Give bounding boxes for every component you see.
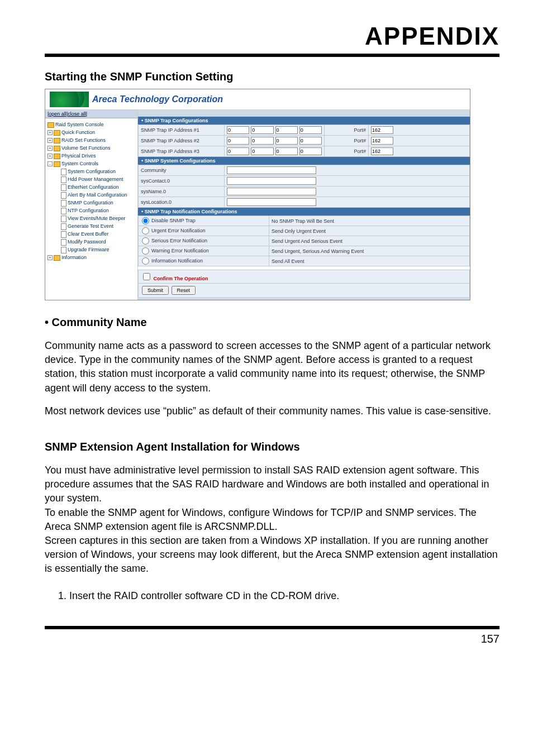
page-icon bbox=[61, 239, 66, 246]
nav-modify[interactable]: Modify Password bbox=[47, 238, 136, 246]
notif-label: Urgent Error Notification bbox=[151, 228, 206, 233]
corp-title: Areca Technology Corporation bbox=[92, 94, 223, 104]
expand-icon: + bbox=[47, 255, 53, 260]
trap3-port[interactable] bbox=[371, 147, 393, 155]
port-label: Port# bbox=[325, 146, 369, 157]
snmp-screenshot: Areca Technology Corporation |open all|c… bbox=[45, 89, 470, 300]
nav-gen[interactable]: Generate Test Event bbox=[47, 222, 136, 230]
confirm-checkbox[interactable] bbox=[143, 273, 150, 280]
folder-icon bbox=[54, 154, 60, 159]
port-label: Port# bbox=[325, 136, 369, 146]
folder-icon bbox=[54, 255, 60, 261]
page-icon bbox=[61, 169, 66, 175]
page-icon bbox=[61, 200, 66, 207]
radio-warning[interactable] bbox=[142, 247, 149, 255]
trap2-port[interactable] bbox=[371, 137, 393, 145]
open-all-link[interactable]: open all bbox=[49, 111, 66, 117]
trap-section-header: • SNMP Trap Configurations bbox=[138, 117, 470, 125]
decorative-bar bbox=[138, 298, 470, 300]
sys-label: Community bbox=[139, 165, 225, 176]
folder-icon bbox=[54, 138, 60, 143]
main-panel: • SNMP Trap Configurations SNMP Trap IP … bbox=[138, 110, 470, 300]
radio-urgent[interactable] bbox=[142, 227, 149, 235]
trap2-ip-d[interactable] bbox=[299, 137, 322, 145]
trap1-ip-b[interactable] bbox=[251, 126, 273, 134]
trap-row-1: SNMP Trap IP Address #1 Port# bbox=[139, 125, 470, 136]
folder-icon bbox=[54, 130, 60, 136]
areca-logo bbox=[50, 92, 89, 107]
nav-view[interactable]: View Events/Mute Beeper bbox=[47, 214, 136, 222]
trap3-ip-b[interactable] bbox=[251, 147, 273, 155]
page-icon bbox=[61, 192, 66, 199]
nav-toggle: |open all|close all| bbox=[45, 110, 137, 118]
folder-icon bbox=[54, 161, 60, 167]
decorative-bar bbox=[138, 110, 470, 117]
trap-label: SNMP Trap IP Address #3 bbox=[139, 146, 225, 157]
body-paragraph: You must have administrative level permi… bbox=[45, 463, 499, 506]
body-paragraph: Screen captures in this section are take… bbox=[45, 534, 499, 576]
syslocation-input[interactable] bbox=[227, 198, 316, 206]
list-item: 1. Insert the RAID controller software C… bbox=[58, 589, 499, 603]
trap1-ip-d[interactable] bbox=[299, 126, 322, 134]
page-icon bbox=[61, 216, 66, 222]
notif-desc: Send Urgent, Serious And Warning Event bbox=[269, 246, 470, 256]
expand-icon: + bbox=[47, 146, 53, 151]
reset-button[interactable]: Reset bbox=[172, 286, 196, 295]
nav-hdd[interactable]: Hdd Power Management bbox=[47, 175, 136, 183]
page-icon bbox=[61, 223, 66, 230]
trap2-ip-b[interactable] bbox=[251, 137, 273, 145]
sys-section-header: • SNMP System Configurations bbox=[138, 157, 470, 165]
trap-row-2: SNMP Trap IP Address #2 Port# bbox=[139, 136, 470, 146]
nav-physical[interactable]: +Physical Drives bbox=[47, 152, 136, 160]
radio-disable[interactable] bbox=[142, 217, 149, 224]
trap2-ip-c[interactable] bbox=[275, 137, 298, 145]
nav-sysctrl[interactable]: -System Controls bbox=[47, 160, 136, 168]
nav-sidebar: |open all|close all| Raid System Console… bbox=[45, 110, 138, 300]
notif-section-header: • SNMP Trap Notification Configurations bbox=[138, 208, 470, 216]
radio-info[interactable] bbox=[142, 257, 149, 265]
page-icon bbox=[61, 176, 66, 183]
nav-snmp[interactable]: SNMP Configuration bbox=[47, 199, 136, 207]
close-all-link[interactable]: close all bbox=[68, 111, 86, 117]
nav-root[interactable]: Raid System Console bbox=[47, 121, 136, 128]
confirm-label: Confirm The Operation bbox=[154, 276, 208, 281]
trap-label: SNMP Trap IP Address #1 bbox=[139, 125, 225, 136]
nav-volset[interactable]: +Volume Set Functions bbox=[47, 144, 136, 152]
radio-serious[interactable] bbox=[142, 237, 149, 245]
notif-label: Warning Error Notification bbox=[151, 248, 209, 253]
nav-ntp[interactable]: NTP Configuration bbox=[47, 207, 136, 214]
body-paragraph: To enable the SNMP agent for Windows, co… bbox=[45, 506, 499, 534]
nav-alert[interactable]: Alert By Mail Configuration bbox=[47, 191, 136, 199]
trap3-ip-a[interactable] bbox=[227, 147, 249, 155]
syscontact-input[interactable] bbox=[227, 177, 316, 185]
trap2-ip-a[interactable] bbox=[227, 137, 249, 145]
nav-upgrade[interactable]: Upgrade Firmware bbox=[47, 246, 136, 253]
folder-icon bbox=[54, 146, 60, 151]
sys-label: sysName.0 bbox=[139, 186, 225, 197]
submit-button[interactable]: Submit bbox=[142, 286, 169, 295]
expand-icon: + bbox=[47, 154, 53, 159]
page-icon bbox=[61, 184, 66, 191]
nav-info[interactable]: +Information bbox=[47, 253, 136, 261]
trap-label: SNMP Trap IP Address #2 bbox=[139, 136, 225, 146]
page-icon bbox=[61, 231, 66, 238]
trap1-ip-c[interactable] bbox=[275, 126, 298, 134]
nav-sysconf[interactable]: System Configuration bbox=[47, 168, 136, 175]
community-input[interactable] bbox=[227, 166, 316, 174]
sys-label: sysContact.0 bbox=[139, 176, 225, 186]
trap1-ip-a[interactable] bbox=[227, 126, 249, 134]
trap3-ip-d[interactable] bbox=[299, 147, 322, 155]
nav-clear[interactable]: Clear Event Buffer bbox=[47, 230, 136, 238]
trap-row-3: SNMP Trap IP Address #3 Port# bbox=[139, 146, 470, 157]
sysname-input[interactable] bbox=[227, 188, 316, 195]
trap3-ip-c[interactable] bbox=[275, 147, 298, 155]
nav-raidset[interactable]: +RAID Set Functions bbox=[47, 136, 136, 144]
nav-eth[interactable]: EtherNet Configuration bbox=[47, 183, 136, 191]
notif-label: Information Notification bbox=[151, 258, 203, 264]
notif-desc: Send Urgent And Serious Event bbox=[269, 236, 470, 246]
nav-quick[interactable]: +Quick Function bbox=[47, 128, 136, 136]
community-heading: Community Name bbox=[45, 316, 499, 329]
collapse-icon: - bbox=[47, 161, 53, 166]
notif-desc: No SNMP Trap Will Be Sent bbox=[269, 216, 470, 226]
trap1-port[interactable] bbox=[371, 126, 393, 134]
